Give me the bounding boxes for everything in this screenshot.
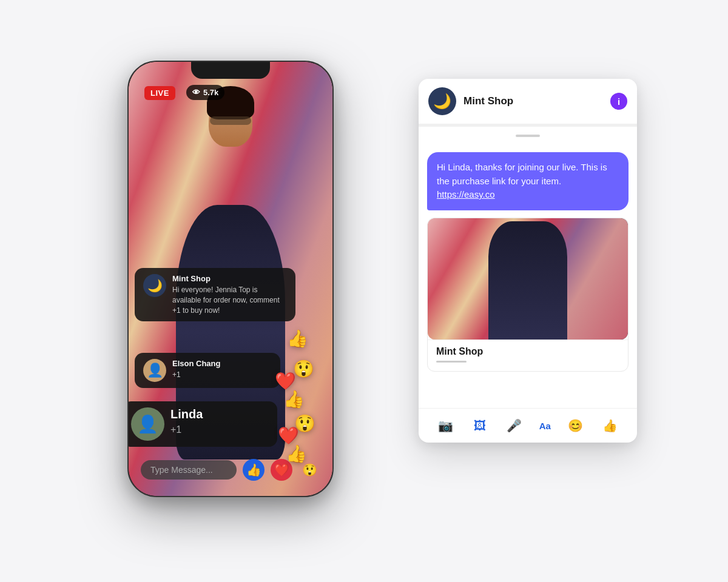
viewers-badge: 👁 5.7k [186,85,224,100]
product-underline [436,361,467,363]
float-thumbsup-2: 👍 [283,389,305,409]
float-heart-1: ❤️ [275,371,296,391]
linda-name: Linda [170,407,203,421]
product-card: Mint Shop [427,218,629,372]
scroll-indicator [419,127,637,145]
product-info: Mint Shop [428,340,628,371]
float-wow-1: 😲 [293,359,314,379]
float-heart-2: ❤️ [278,426,299,446]
purchase-link[interactable]: https://easy.co [437,189,495,199]
viewers-count: 5.7k [203,88,218,97]
float-thumbsup-3: 👍 [286,444,307,464]
mint-shop-avatar: 🌙 [143,274,166,297]
like-icon: 👍 [602,418,618,433]
info-button[interactable]: i [610,93,627,110]
mint-shop-name: Mint Shop [172,274,287,283]
product-image [428,218,628,340]
emoji-button[interactable]: 😊 [566,416,585,435]
phone-power-btn [332,183,334,232]
float-thumbsup-1: 👍 [287,329,308,349]
text-button[interactable]: Aa [539,421,551,431]
mint-shop-comment: Mint Shop Hi everyone! Jennia Top is ava… [172,274,287,315]
mint-shop-text: Hi everyone! Jennia Top is available for… [172,285,287,315]
comment-card-elson: 👤 Elson Chang +1 [135,353,280,388]
mic-button[interactable]: 🎤 [505,416,524,435]
linda-comment: Linda +1 [170,407,203,436]
linda-text: +1 [170,423,203,436]
phone-frame: LIVE 👁 5.7k 🌙 Mint Shop Hi everyone! Jen… [127,61,334,497]
messenger-logo-icon: 🌙 [433,93,451,110]
message-bubble: Hi Linda, thanks for joining our live. T… [427,152,629,210]
messenger-header: 🌙 Mint Shop i [419,79,637,124]
product-name: Mint Shop [436,346,619,357]
gallery-button[interactable]: 🖼 [470,416,490,435]
camera-button[interactable]: 📷 [436,416,455,435]
comment-card-mint: 🌙 Mint Shop Hi everyone! Jennia Top is a… [135,268,295,321]
thumbsup-btn[interactable]: 👍 [243,459,265,481]
message-input[interactable]: Type Message... [141,460,237,480]
live-badge: LIVE [144,86,175,100]
messenger-toolbar: 📷 🖼 🎤 Aa 😊 👍 [419,408,637,443]
emoji-icon: 😊 [568,418,583,433]
mic-icon: 🎤 [507,418,522,433]
gallery-icon: 🖼 [474,419,486,433]
messenger-card: 🌙 Mint Shop i Hi Linda, thanks for joini… [419,79,637,443]
linda-avatar: 👤 [131,407,164,441]
phone-notch [191,62,270,79]
phone-screen: LIVE 👁 5.7k 🌙 Mint Shop Hi everyone! Jen… [129,62,332,496]
elson-name: Elson Chang [172,359,220,368]
messenger-body: Hi Linda, thanks for joining our live. T… [419,145,637,408]
elson-avatar: 👤 [143,359,166,382]
comment-card-linda: 👤 Linda +1 [129,401,277,447]
messenger-avatar: 🌙 [428,87,456,115]
messenger-name: Mint Shop [463,95,603,107]
like-button[interactable]: 👍 [601,416,620,435]
bubble-text: Hi Linda, thanks for joining our live. T… [437,162,607,186]
elson-comment: Elson Chang +1 [172,359,220,380]
scroll-bar [516,135,540,137]
camera-icon: 📷 [438,418,453,433]
elson-text: +1 [172,370,220,380]
eye-icon: 👁 [192,88,200,97]
